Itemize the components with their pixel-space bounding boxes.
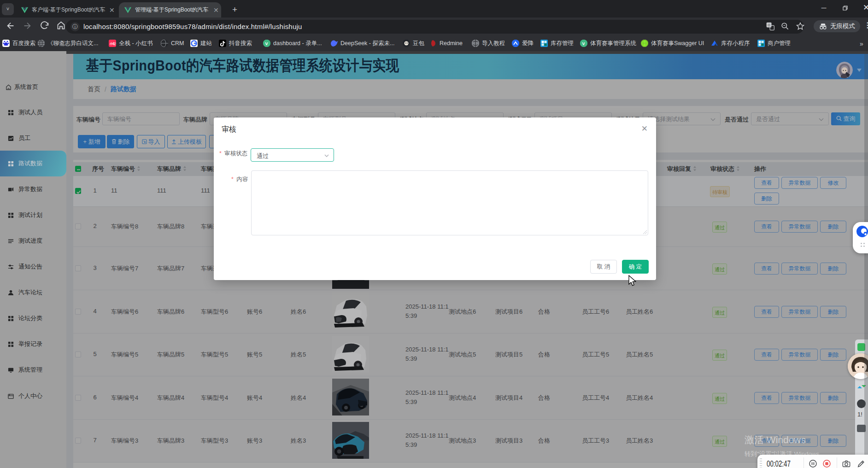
- svg-text:小红书: 小红书: [109, 42, 116, 46]
- svg-text:V: V: [265, 41, 268, 46]
- svg-text:V: V: [582, 41, 585, 46]
